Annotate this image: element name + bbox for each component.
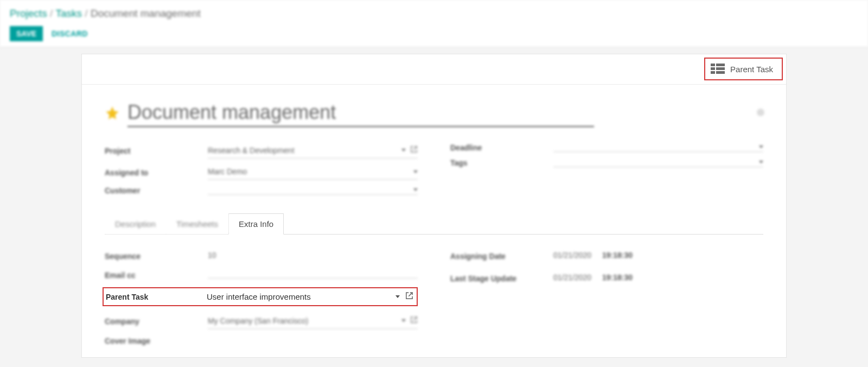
assigning-date-value: 01/21/2020 19:18:30 [553, 249, 763, 263]
save-button[interactable]: SAVE [10, 26, 43, 41]
deadline-label: Deadline [450, 143, 548, 152]
tab-description[interactable]: Description [105, 213, 166, 234]
parent-task-field[interactable]: User interface improvements [207, 290, 413, 303]
svg-rect-1 [716, 64, 725, 66]
assigned-field[interactable]: Marc Demo [208, 165, 418, 180]
external-link-icon[interactable] [410, 316, 418, 325]
cover-image-field[interactable] [208, 338, 418, 344]
customer-label: Customer [105, 186, 202, 195]
parent-task-row: Parent Task User interface improvements [103, 287, 418, 306]
tab-timesheets[interactable]: Timesheets [166, 213, 228, 234]
breadcrumb-current: Document management [91, 8, 201, 19]
emailcc-label: Email cc [105, 271, 202, 280]
svg-rect-4 [711, 71, 715, 74]
tab-strip: Description Timesheets Extra Info [105, 213, 763, 235]
external-link-icon[interactable] [405, 292, 413, 301]
parent-task-stat-label: Parent Task [730, 65, 773, 74]
project-field[interactable]: Research & Development [208, 143, 418, 159]
task-title-input[interactable] [127, 101, 594, 127]
emailcc-field[interactable] [208, 273, 418, 279]
deadline-field[interactable] [553, 143, 763, 152]
tags-field[interactable] [553, 159, 763, 167]
customer-field[interactable] [208, 186, 418, 195]
company-label: Company [105, 317, 202, 326]
task-form-card: Parent Task Project Research & Developme… [81, 54, 787, 358]
cover-image-label: Cover Image [105, 337, 202, 345]
external-link-icon[interactable] [410, 145, 418, 155]
svg-rect-0 [711, 64, 715, 66]
last-stage-update-label: Last Stage Update [450, 274, 548, 283]
tags-label: Tags [450, 159, 548, 167]
sequence-field[interactable]: 10 [208, 249, 418, 263]
svg-rect-5 [716, 71, 725, 74]
tab-extra-info[interactable]: Extra Info [228, 213, 284, 235]
sequence-label: Sequence [105, 252, 202, 261]
kanban-state-dot[interactable] [757, 109, 764, 116]
assigned-label: Assigned to [105, 168, 202, 177]
project-label: Project [105, 147, 202, 155]
svg-rect-3 [716, 67, 725, 70]
breadcrumb: Projects / Tasks / Document management [10, 8, 858, 20]
assigning-date-label: Assigning Date [450, 252, 548, 261]
breadcrumb-tasks[interactable]: Tasks [55, 8, 82, 19]
parent-task-stat-button[interactable]: Parent Task [704, 58, 783, 80]
chevron-down-icon [395, 295, 400, 298]
tasks-icon [711, 63, 725, 75]
svg-rect-2 [711, 67, 715, 70]
company-field[interactable]: My Company (San Francisco) [208, 314, 418, 329]
last-stage-update-value: 01/21/2020 19:18:30 [553, 271, 763, 286]
star-icon[interactable] [105, 105, 120, 123]
parent-task-label: Parent Task [106, 293, 201, 301]
breadcrumb-projects[interactable]: Projects [10, 8, 47, 19]
discard-button[interactable]: DISCARD [52, 29, 88, 38]
